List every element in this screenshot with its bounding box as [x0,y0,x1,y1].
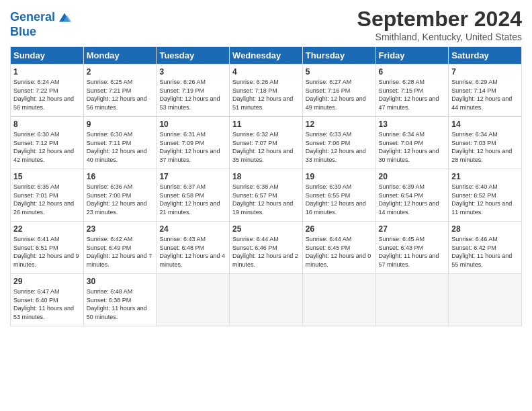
day-number: 11 [232,120,300,129]
day-number: 28 [451,224,519,234]
day-info: Sunrise: 6:28 AM Sunset: 7:15 PM Dayligh… [379,78,446,111]
month-title: September 2024 [357,7,522,32]
calendar-day-cell [302,274,375,326]
calendar-day-cell: 25Sunrise: 6:44 AM Sunset: 6:46 PM Dayli… [230,222,303,274]
calendar-day-cell: 10Sunrise: 6:31 AM Sunset: 7:09 PM Dayli… [157,117,230,169]
day-number: 1 [13,67,81,77]
calendar-day-cell [449,274,522,326]
calendar-table: SundayMondayTuesdayWednesdayThursdayFrid… [10,46,522,326]
logo: General Blue [10,9,73,39]
day-number: 4 [232,67,300,77]
day-number: 25 [232,224,300,234]
calendar-day-cell: 17Sunrise: 6:37 AM Sunset: 6:58 PM Dayli… [157,169,230,222]
day-number: 6 [379,67,446,77]
calendar-day-cell: 18Sunrise: 6:38 AM Sunset: 6:57 PM Dayli… [230,169,303,222]
day-info: Sunrise: 6:27 AM Sunset: 7:16 PM Dayligh… [306,78,373,111]
day-number: 3 [159,67,226,77]
page-container: General Blue September 2024 Smithland, K… [0,0,532,333]
calendar-week-row: 1Sunrise: 6:24 AM Sunset: 7:22 PM Daylig… [11,64,522,117]
day-number: 27 [379,224,446,234]
calendar-day-cell: 4Sunrise: 6:26 AM Sunset: 7:18 PM Daylig… [230,64,303,117]
header: General Blue September 2024 Smithland, K… [10,7,522,42]
day-number: 19 [306,172,373,181]
day-number: 7 [451,67,519,77]
day-info: Sunrise: 6:40 AM Sunset: 6:52 PM Dayligh… [451,183,519,216]
calendar-day-cell: 19Sunrise: 6:39 AM Sunset: 6:55 PM Dayli… [302,169,375,222]
day-info: Sunrise: 6:41 AM Sunset: 6:51 PM Dayligh… [13,235,81,269]
calendar-day-cell: 3Sunrise: 6:26 AM Sunset: 7:19 PM Daylig… [157,64,230,117]
calendar-day-cell: 29Sunrise: 6:47 AM Sunset: 6:40 PM Dayli… [11,274,84,326]
day-info: Sunrise: 6:26 AM Sunset: 7:19 PM Dayligh… [159,78,226,111]
day-info: Sunrise: 6:26 AM Sunset: 7:18 PM Dayligh… [232,78,300,111]
day-number: 5 [306,67,373,77]
weekday-header: Friday [375,47,449,64]
calendar-day-cell [375,274,449,326]
calendar-day-cell: 26Sunrise: 6:44 AM Sunset: 6:45 PM Dayli… [302,222,375,274]
calendar-day-cell: 16Sunrise: 6:36 AM Sunset: 7:00 PM Dayli… [83,169,157,222]
day-number: 30 [87,277,154,286]
calendar-week-row: 8Sunrise: 6:30 AM Sunset: 7:12 PM Daylig… [11,117,522,169]
calendar-day-cell: 5Sunrise: 6:27 AM Sunset: 7:16 PM Daylig… [302,64,375,117]
calendar-day-cell: 24Sunrise: 6:43 AM Sunset: 6:48 PM Dayli… [157,222,230,274]
calendar-day-cell: 1Sunrise: 6:24 AM Sunset: 7:22 PM Daylig… [11,64,84,117]
title-block: September 2024 Smithland, Kentucky, Unit… [357,7,522,42]
day-number: 13 [379,120,446,129]
day-number: 15 [13,172,81,181]
location: Smithland, Kentucky, United States [357,32,522,42]
calendar-day-cell: 28Sunrise: 6:46 AM Sunset: 6:42 PM Dayli… [449,222,522,274]
logo-icon [56,9,73,26]
weekday-header-row: SundayMondayTuesdayWednesdayThursdayFrid… [11,47,522,64]
day-info: Sunrise: 6:34 AM Sunset: 7:03 PM Dayligh… [451,130,519,164]
weekday-header: Wednesday [230,47,303,64]
day-info: Sunrise: 6:38 AM Sunset: 6:57 PM Dayligh… [232,183,300,216]
day-number: 26 [306,224,373,234]
day-number: 8 [13,120,81,129]
weekday-header: Monday [83,47,157,64]
logo-text: General [10,11,55,24]
day-info: Sunrise: 6:39 AM Sunset: 6:55 PM Dayligh… [306,183,373,216]
day-info: Sunrise: 6:24 AM Sunset: 7:22 PM Dayligh… [13,78,81,111]
day-info: Sunrise: 6:36 AM Sunset: 7:00 PM Dayligh… [87,183,154,216]
day-number: 12 [306,120,373,129]
calendar-day-cell: 15Sunrise: 6:35 AM Sunset: 7:01 PM Dayli… [11,169,84,222]
calendar-day-cell: 2Sunrise: 6:25 AM Sunset: 7:21 PM Daylig… [83,64,157,117]
day-info: Sunrise: 6:37 AM Sunset: 6:58 PM Dayligh… [159,183,226,216]
day-number: 20 [379,172,446,181]
calendar-day-cell: 12Sunrise: 6:33 AM Sunset: 7:06 PM Dayli… [302,117,375,169]
day-info: Sunrise: 6:31 AM Sunset: 7:09 PM Dayligh… [159,130,226,164]
weekday-header: Sunday [11,47,84,64]
calendar-day-cell: 9Sunrise: 6:30 AM Sunset: 7:11 PM Daylig… [83,117,157,169]
day-info: Sunrise: 6:42 AM Sunset: 6:49 PM Dayligh… [87,235,154,269]
calendar-day-cell: 21Sunrise: 6:40 AM Sunset: 6:52 PM Dayli… [449,169,522,222]
day-number: 24 [159,224,226,234]
logo-blue-text: Blue [10,25,36,38]
weekday-header: Tuesday [157,47,230,64]
calendar-day-cell: 11Sunrise: 6:32 AM Sunset: 7:07 PM Dayli… [230,117,303,169]
calendar-day-cell: 7Sunrise: 6:29 AM Sunset: 7:14 PM Daylig… [449,64,522,117]
weekday-header: Saturday [449,47,522,64]
day-number: 10 [159,120,226,129]
calendar-week-row: 29Sunrise: 6:47 AM Sunset: 6:40 PM Dayli… [11,274,522,326]
day-number: 18 [232,172,300,181]
day-info: Sunrise: 6:32 AM Sunset: 7:07 PM Dayligh… [232,130,300,164]
calendar-week-row: 15Sunrise: 6:35 AM Sunset: 7:01 PM Dayli… [11,169,522,222]
day-number: 21 [451,172,519,181]
day-number: 29 [13,277,81,286]
day-info: Sunrise: 6:29 AM Sunset: 7:14 PM Dayligh… [451,78,519,111]
calendar-day-cell: 14Sunrise: 6:34 AM Sunset: 7:03 PM Dayli… [449,117,522,169]
calendar-day-cell: 20Sunrise: 6:39 AM Sunset: 6:54 PM Dayli… [375,169,449,222]
day-info: Sunrise: 6:33 AM Sunset: 7:06 PM Dayligh… [306,130,373,164]
day-info: Sunrise: 6:45 AM Sunset: 6:43 PM Dayligh… [379,235,446,269]
day-info: Sunrise: 6:30 AM Sunset: 7:11 PM Dayligh… [87,130,154,164]
day-number: 2 [87,67,154,77]
calendar-day-cell: 6Sunrise: 6:28 AM Sunset: 7:15 PM Daylig… [375,64,449,117]
calendar-day-cell: 23Sunrise: 6:42 AM Sunset: 6:49 PM Dayli… [83,222,157,274]
day-info: Sunrise: 6:47 AM Sunset: 6:40 PM Dayligh… [13,287,81,321]
calendar-day-cell: 27Sunrise: 6:45 AM Sunset: 6:43 PM Dayli… [375,222,449,274]
day-info: Sunrise: 6:46 AM Sunset: 6:42 PM Dayligh… [451,235,519,269]
calendar-day-cell: 8Sunrise: 6:30 AM Sunset: 7:12 PM Daylig… [11,117,84,169]
calendar-day-cell [157,274,230,326]
day-info: Sunrise: 6:44 AM Sunset: 6:45 PM Dayligh… [306,235,373,269]
day-number: 17 [159,172,226,181]
day-info: Sunrise: 6:48 AM Sunset: 6:38 PM Dayligh… [87,287,154,321]
